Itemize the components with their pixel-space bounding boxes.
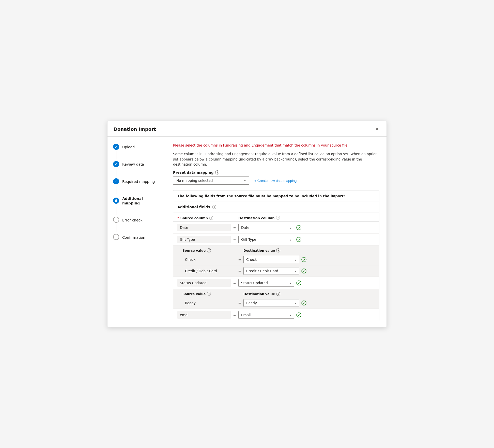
source-status-updated: Status Updated (177, 279, 231, 287)
source-value-status-info-icon[interactable]: ℹ (207, 292, 211, 296)
step-circle-confirmation (113, 234, 119, 240)
preset-info-icon[interactable]: ℹ (215, 170, 219, 174)
svg-point-3 (302, 269, 306, 273)
dest-ready-dropdown[interactable]: Ready ∨ (243, 299, 299, 307)
dest-value-status-info-icon[interactable]: ℹ (276, 292, 280, 296)
create-mapping-button[interactable]: + Create new data mapping (254, 179, 297, 183)
dest-gift-type-chevron: ∨ (289, 238, 291, 241)
table-row: email = Email ∨ (173, 309, 379, 321)
table-row: Status Updated = Status Updated ∨ (173, 277, 379, 289)
donation-import-dialog: Donation Import × Upload (107, 121, 387, 327)
email-check-icon (296, 312, 303, 317)
svg-point-5 (302, 301, 306, 305)
sidebar-item-error-check: Error check (122, 217, 143, 222)
dest-credit-debit-dropdown[interactable]: Credit / Debit Card ∨ (243, 267, 299, 275)
svg-point-4 (297, 281, 301, 285)
sidebar-item-additional-mapping: Additional mapping (122, 196, 161, 205)
main-content: Please select the columns in Fundraising… (166, 137, 387, 327)
source-gift-type: Gift Type (177, 236, 231, 243)
intro-paragraph-1: Please select the columns in Fundraising… (173, 143, 379, 148)
dest-email-dropdown[interactable]: Email ∨ (238, 311, 294, 319)
svg-point-2 (302, 257, 306, 262)
date-check-icon (296, 225, 303, 230)
dest-col-info-icon[interactable]: ℹ (276, 216, 280, 220)
step-additional-mapping[interactable]: Additional mapping (113, 196, 161, 205)
step-circle-error (113, 217, 119, 223)
credit-debit-check-icon (301, 268, 308, 274)
dest-date-dropdown[interactable]: Date ∨ (238, 224, 294, 231)
additional-fields-info-icon[interactable]: ℹ (212, 205, 216, 209)
fields-box: The following fields from the source fil… (173, 190, 379, 321)
source-col-info-icon[interactable]: ℹ (209, 216, 213, 220)
preset-section: Preset data mapping ℹ No mapping selecte… (173, 170, 379, 185)
intro-text-red: Please select the columns in Fundraising… (173, 143, 349, 147)
sidebar-item-confirmation: Confirmation (122, 234, 145, 240)
source-ready: Ready (182, 299, 236, 307)
equals-icon-credit-debit: = (236, 269, 243, 273)
column-headers: Source column ℹ Destination column ℹ (173, 213, 379, 222)
dest-date-chevron: ∨ (289, 226, 291, 229)
step-circle-upload (113, 144, 119, 150)
table-row: Gift Type = Gift Type ∨ (173, 234, 379, 246)
check-check-icon (301, 257, 308, 262)
fields-description: The following fields from the source fil… (173, 190, 379, 201)
source-value-info-icon[interactable]: ℹ (207, 248, 211, 252)
sidebar-item-review-data: Review data (122, 161, 144, 167)
svg-point-6 (297, 313, 301, 317)
sidebar-item-upload: Upload (122, 144, 135, 149)
source-email: email (177, 311, 231, 319)
source-value-header: Source value ℹ (182, 248, 236, 252)
step-circle-required (113, 178, 119, 184)
equals-icon-status: = (231, 281, 238, 285)
step-connector-col-upload (113, 144, 120, 150)
intro-paragraph-2: Some columns in Fundraising and Engageme… (173, 151, 379, 167)
step-required-mapping[interactable]: Required mapping (113, 178, 161, 184)
status-sub-section: Source value ℹ Destination value ℹ Ready (173, 289, 379, 309)
preset-dropdown[interactable]: No mapping selected ∨ (173, 177, 249, 185)
step-line-5 (116, 224, 116, 232)
preset-chevron-icon: ∨ (244, 179, 246, 182)
dialog-header: Donation Import × (107, 121, 387, 137)
source-value-header-status: Source value ℹ (182, 292, 236, 296)
gift-type-sub-section: Source value ℹ Destination value ℹ Check (173, 246, 379, 277)
table-row: Credit / Debit Card = Credit / Debit Car… (173, 265, 379, 277)
source-date: Date (177, 224, 231, 231)
dest-gift-type-dropdown[interactable]: Gift Type ∨ (238, 236, 294, 243)
table-row: Date = Date ∨ (173, 222, 379, 234)
step-confirmation[interactable]: Confirmation (113, 234, 161, 240)
dest-value-info-icon[interactable]: ℹ (276, 248, 280, 252)
step-circle-review (113, 161, 119, 167)
step-line-4 (116, 207, 116, 215)
close-button[interactable]: × (374, 125, 380, 133)
equals-icon-date: = (231, 226, 238, 230)
sub-col-headers-gift-type: Source value ℹ Destination value ℹ (173, 246, 379, 254)
source-column-header: Source column ℹ (177, 216, 231, 220)
step-line-upload (113, 151, 161, 160)
equals-icon-gift-type: = (231, 238, 238, 242)
dest-status-chevron: ∨ (289, 281, 291, 285)
dest-check-chevron: ∨ (295, 258, 297, 261)
svg-point-1 (297, 237, 301, 242)
status-check-icon (296, 280, 303, 285)
dest-status-updated-dropdown[interactable]: Status Updated ∨ (238, 279, 294, 287)
destination-value-header: Destination value ℹ (243, 248, 299, 252)
sidebar: Upload Review data (107, 137, 166, 327)
equals-icon-ready: = (236, 301, 243, 305)
step-error-check[interactable]: Error check (113, 217, 161, 223)
gift-type-check-icon (296, 237, 303, 242)
dialog-body: Upload Review data (107, 137, 387, 327)
svg-point-0 (297, 225, 301, 230)
additional-fields-header: Additional fields ℹ (173, 201, 379, 213)
step-line-2 (116, 169, 116, 177)
ready-check-icon (301, 300, 308, 306)
step-upload[interactable]: Upload (113, 144, 161, 150)
preset-row: No mapping selected ∨ + Create new data … (173, 177, 379, 185)
sidebar-item-required-mapping: Required mapping (122, 179, 155, 184)
dest-credit-debit-chevron: ∨ (295, 269, 297, 273)
preset-label: Preset data mapping ℹ (173, 170, 379, 174)
step-line-1 (116, 151, 116, 159)
dest-check-dropdown[interactable]: Check ∨ (243, 256, 299, 263)
step-line-3 (116, 186, 116, 194)
source-check: Check (182, 256, 236, 263)
step-review-data[interactable]: Review data (113, 161, 161, 167)
